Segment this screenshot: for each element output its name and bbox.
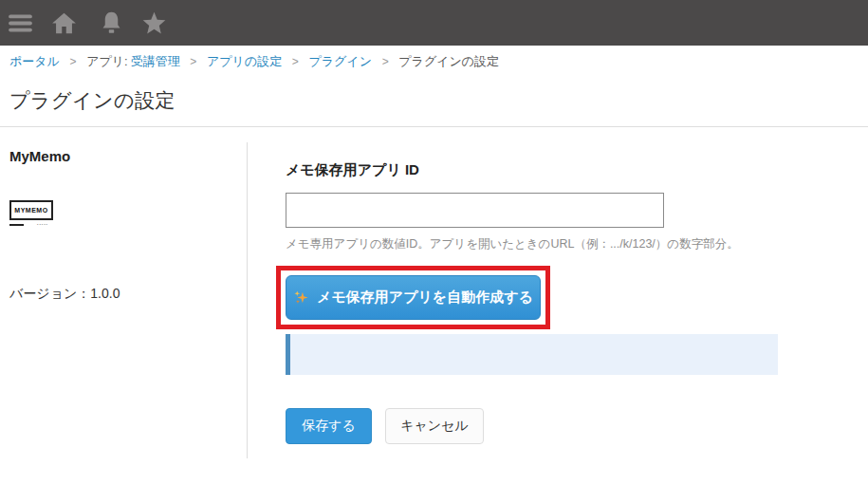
app-id-input[interactable]: [286, 193, 664, 228]
sparkles-icon: [293, 289, 309, 306]
breadcrumb-link-app[interactable]: 受講管理: [131, 54, 180, 68]
app-id-field-label: メモ保存用アプリ ID: [286, 161, 419, 179]
app-id-helper-text: メモ専用アプリの数値ID。アプリを開いたときのURL（例：.../k/123/）…: [286, 236, 739, 252]
mymemo-logo-text: MYMEMO: [14, 207, 47, 214]
bell-icon[interactable]: [99, 10, 124, 36]
top-navigation-bar: [0, 0, 868, 46]
breadcrumb-separator: >: [190, 55, 196, 68]
plugin-settings-page: ポータル > アプリ:受講管理 > アプリの設定 > プラグイン > プラグイン…: [0, 0, 868, 503]
breadcrumb: ポータル > アプリ:受講管理 > アプリの設定 > プラグイン > プラグイン…: [9, 53, 499, 70]
breadcrumb-separator: >: [70, 55, 77, 68]
info-message-box: [286, 334, 778, 375]
auto-create-app-button[interactable]: メモ保存用アプリを自動作成する: [286, 275, 541, 320]
plugin-name: MyMemo: [9, 148, 245, 164]
save-button[interactable]: 保存する: [286, 408, 372, 444]
plugin-info-sidebar: MyMemo MYMEMO ••••• バージョン：1.0.0: [9, 142, 245, 303]
star-icon[interactable]: [141, 10, 167, 36]
breadcrumb-app-prefix: アプリ:: [86, 54, 128, 68]
title-divider: [0, 126, 868, 127]
breadcrumb-link-plugins[interactable]: プラグイン: [308, 54, 372, 68]
breadcrumb-link-app-settings[interactable]: アプリの設定: [207, 54, 282, 68]
cancel-button[interactable]: キャンセル: [385, 408, 484, 444]
breadcrumb-separator: >: [292, 55, 299, 68]
hamburger-menu-icon[interactable]: [8, 10, 33, 36]
home-icon[interactable]: [51, 10, 77, 36]
page-title: プラグインの設定: [9, 87, 175, 114]
content-divider: [247, 142, 248, 458]
breadcrumb-link-portal[interactable]: ポータル: [9, 54, 60, 68]
mymemo-logo: MYMEMO •••••: [9, 200, 55, 227]
auto-create-app-label: メモ保存用アプリを自動作成する: [317, 289, 533, 307]
plugin-version: バージョン：1.0.0: [9, 286, 245, 303]
breadcrumb-separator: >: [382, 55, 389, 68]
breadcrumb-current: プラグインの設定: [398, 54, 499, 68]
